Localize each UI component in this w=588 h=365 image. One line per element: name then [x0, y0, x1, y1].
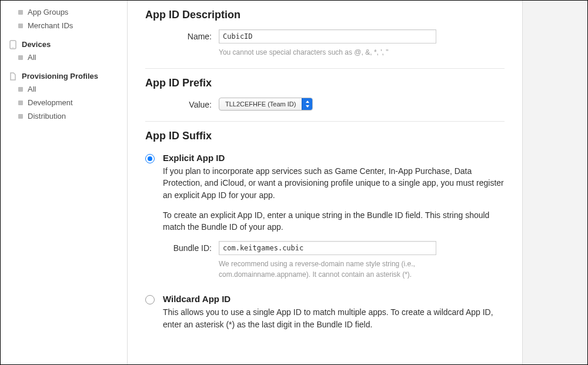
document-icon — [9, 72, 17, 81]
sidebar-item-label: Distribution — [28, 112, 66, 120]
bundle-id-label: Bundle ID: — [163, 241, 219, 253]
main-content: App ID Description Name: You cannot use … — [127, 1, 523, 364]
sidebar-heading-label: Provisioning Profiles — [22, 72, 98, 81]
section-app-id-suffix: App ID Suffix Explicit App ID If you pla… — [145, 121, 505, 347]
section-title: App ID Suffix — [145, 130, 505, 142]
sidebar-item-label: All — [28, 85, 36, 93]
right-gutter — [523, 1, 587, 364]
prefix-selected-value: TLL2CEFHFE (Team ID) — [219, 101, 302, 108]
bullet-icon — [18, 101, 23, 105]
name-help-text: You cannot use special characters such a… — [219, 47, 505, 58]
device-icon — [9, 41, 17, 49]
sidebar-item-app-groups[interactable]: App Groups — [1, 5, 127, 19]
wildcard-title: Wildcard App ID — [163, 294, 505, 304]
radio-option-explicit: Explicit App ID If you plan to incorpora… — [145, 153, 505, 282]
name-input[interactable] — [219, 29, 436, 43]
bullet-icon — [18, 55, 23, 60]
sidebar-heading-provisioning[interactable]: Provisioning Profiles — [1, 70, 127, 82]
app-window: App Groups Merchant IDs Devices All — [0, 0, 588, 365]
section-title: App ID Prefix — [145, 77, 505, 89]
radio-option-wildcard: Wildcard App ID This allows you to use a… — [145, 294, 505, 339]
sidebar-item-label: All — [28, 53, 36, 62]
svg-point-1 — [12, 47, 14, 48]
radio-explicit-app-id[interactable] — [145, 154, 155, 163]
sidebar-group-initial: App Groups Merchant IDs — [1, 5, 127, 32]
sidebar-group-provisioning: Provisioning Profiles All Development Di… — [1, 70, 127, 123]
form-row-name: Name: You cannot use special characters … — [145, 29, 505, 58]
sidebar-item-provisioning-all[interactable]: All — [1, 82, 127, 96]
form-row-bundle-id: Bundle ID: We recommend using a reverse-… — [163, 241, 505, 280]
explicit-description-1: If you plan to incorporate app services … — [163, 165, 505, 201]
sidebar-item-merchant-ids[interactable]: Merchant IDs — [1, 19, 127, 32]
form-row-value: Value: TLL2CEFHFE (Team ID) — [145, 98, 505, 110]
sidebar: App Groups Merchant IDs Devices All — [1, 1, 127, 364]
sidebar-item-label: Development — [28, 98, 73, 107]
sidebar-item-label: App Groups — [28, 8, 68, 16]
bullet-icon — [18, 114, 23, 119]
bullet-icon — [18, 24, 23, 28]
wildcard-description: This allows you to use a single App ID t… — [163, 306, 505, 330]
section-app-id-prefix: App ID Prefix Value: TLL2CEFHFE (Team ID… — [145, 68, 505, 121]
prefix-select[interactable]: TLL2CEFHFE (Team ID) — [219, 98, 313, 110]
explicit-description-2: To create an explicit App ID, enter a un… — [163, 209, 505, 233]
explicit-title: Explicit App ID — [163, 153, 505, 163]
value-label: Value: — [145, 98, 219, 109]
sidebar-heading-devices[interactable]: Devices — [1, 38, 127, 51]
bundle-id-help-text: We recommend using a reverse-domain name… — [219, 259, 436, 280]
sidebar-group-devices: Devices All — [1, 38, 127, 64]
bullet-icon — [18, 87, 23, 92]
section-title: App ID Description — [145, 9, 505, 21]
sidebar-heading-label: Devices — [22, 40, 51, 49]
section-app-id-description: App ID Description Name: You cannot use … — [145, 1, 505, 68]
radio-wildcard-app-id[interactable] — [145, 295, 155, 304]
sidebar-item-provisioning-distribution[interactable]: Distribution — [1, 109, 127, 123]
sidebar-item-devices-all[interactable]: All — [1, 51, 127, 64]
bundle-id-input[interactable] — [219, 241, 436, 255]
dropdown-arrows-icon — [302, 98, 312, 110]
sidebar-item-provisioning-development[interactable]: Development — [1, 96, 127, 109]
sidebar-item-label: Merchant IDs — [28, 21, 73, 30]
bullet-icon — [18, 10, 23, 15]
name-label: Name: — [145, 29, 219, 41]
